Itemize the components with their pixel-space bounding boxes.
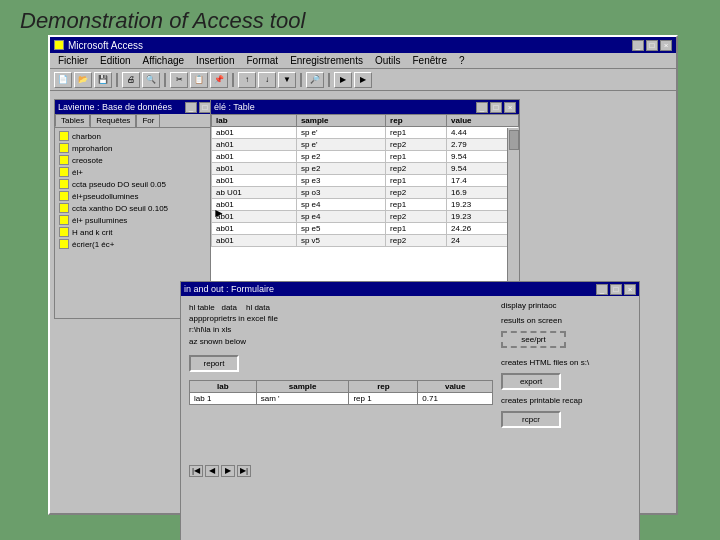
list-item[interactable]: creosote [57, 154, 226, 166]
form-close[interactable]: × [624, 284, 636, 295]
db-tab-requetes[interactable]: Requêtes [90, 114, 136, 127]
query-icon [59, 215, 69, 225]
table-row: ab01sp e3rep117.4 [212, 175, 519, 187]
form-maximize[interactable]: □ [610, 284, 622, 295]
toolbar-open[interactable]: 📂 [74, 72, 92, 88]
toolbar-sort-desc[interactable]: ↓ [258, 72, 276, 88]
form-col-sample: sample [256, 380, 349, 392]
toolbar-sep2 [164, 73, 166, 87]
list-item[interactable]: ccta xantho DO seuil 0.105 [57, 202, 226, 214]
table-icon [59, 131, 69, 141]
maximize-button[interactable]: □ [646, 40, 658, 51]
menu-format[interactable]: Format [240, 54, 284, 67]
list-item[interactable]: él+pseudollumines [57, 190, 226, 202]
form-nav-next[interactable]: ▶ [221, 465, 235, 477]
table-scrollbar[interactable] [507, 128, 519, 304]
table-maximize[interactable]: □ [490, 102, 502, 113]
menu-edition[interactable]: Edition [94, 54, 137, 67]
list-item[interactable]: écrier(1 éc+ [57, 238, 226, 250]
toolbar-paste[interactable]: 📌 [210, 72, 228, 88]
form-table-row: lab 1sam 'rep 10.71 [190, 392, 493, 404]
resize-arrow: ► [213, 206, 225, 220]
content-area: Lavienne : Base de données _ □ × Tables … [50, 91, 676, 507]
db-title-bar: Lavienne : Base de données _ □ × [55, 100, 228, 114]
toolbar-new[interactable]: 📄 [54, 72, 72, 88]
close-button[interactable]: × [660, 40, 672, 51]
toolbar-cut[interactable]: ✂ [170, 72, 188, 88]
table-row: ab01sp e'rep14.44 [212, 127, 519, 139]
toolbar-sort-asc[interactable]: ↑ [238, 72, 256, 88]
data-table: lab sample rep value ab01sp e'rep14.44 a… [211, 114, 519, 247]
access-icon [54, 40, 64, 50]
toolbar-sep1 [116, 73, 118, 87]
table-row: ab01sp v5rep224 [212, 235, 519, 247]
col-lab: lab [212, 115, 297, 127]
toolbar-extra2[interactable]: ▶ [354, 72, 372, 88]
menu-affichage[interactable]: Affichage [137, 54, 191, 67]
list-item[interactable]: H and k crit [57, 226, 226, 238]
table-title-bar: élé : Table _ □ × [211, 100, 519, 114]
access-title-bar: Microsoft Access _ □ × [50, 37, 676, 53]
toolbar-sep5 [328, 73, 330, 87]
query-icon [59, 191, 69, 201]
db-tab-for[interactable]: For [136, 114, 160, 127]
toolbar-print[interactable]: 🖨 [122, 72, 140, 88]
form-nav-last[interactable]: ▶| [237, 465, 251, 477]
menu-fenetre[interactable]: Fenêtre [407, 54, 453, 67]
form-content: hl table data hl data appproprietrs in e… [181, 296, 639, 540]
toolbar-sep3 [232, 73, 234, 87]
db-minimize[interactable]: _ [185, 102, 197, 113]
list-item[interactable]: charbon [57, 130, 226, 142]
query-icon [59, 239, 69, 249]
toolbar-preview[interactable]: 🔍 [142, 72, 160, 88]
list-item[interactable]: mproharlon [57, 142, 226, 154]
table-row: ah01sp e'rep22.79 [212, 139, 519, 151]
db-title: Lavienne : Base de données [58, 102, 172, 112]
rcpcr-button[interactable]: rcpcr [501, 411, 561, 428]
col-rep: rep [386, 115, 447, 127]
db-tabs: Tables Requêtes For [55, 114, 228, 128]
toolbar-extra1[interactable]: ▶ [334, 72, 352, 88]
export-button[interactable]: export [501, 373, 561, 390]
form-minimize[interactable]: _ [596, 284, 608, 295]
page-title: Demonstration of Access tool [20, 8, 305, 34]
menu-insertion[interactable]: Insertion [190, 54, 240, 67]
table-row: ab01sp e2rep19.54 [212, 151, 519, 163]
menu-fichier[interactable]: Fichier [52, 54, 94, 67]
query-icon [59, 179, 69, 189]
list-item[interactable]: ccta pseudo DO seuil 0.05 [57, 178, 226, 190]
query-icon [59, 227, 69, 237]
toolbar-find[interactable]: 🔎 [306, 72, 324, 88]
form-nav-first[interactable]: |◀ [189, 465, 203, 477]
toolbar-save[interactable]: 💾 [94, 72, 112, 88]
menu-outils[interactable]: Outils [369, 54, 407, 67]
see-prt-button[interactable]: see/prt [501, 331, 566, 348]
report-button[interactable]: report [189, 355, 239, 372]
form-title-bar: in and out : Formulaire _ □ × [181, 282, 639, 296]
minimize-button[interactable]: _ [632, 40, 644, 51]
list-item[interactable]: él+ psullumines [57, 214, 226, 226]
menu-help[interactable]: ? [453, 54, 471, 67]
form-nav-prev[interactable]: ◀ [205, 465, 219, 477]
toolbar-filter[interactable]: ▼ [278, 72, 296, 88]
table-title: élé : Table [214, 102, 255, 112]
table-row: ab U01sp o3rep216.9 [212, 187, 519, 199]
list-item[interactable]: él+ [57, 166, 226, 178]
table-row: ab01sp e2rep29.54 [212, 163, 519, 175]
table-icon [59, 167, 69, 177]
table-minimize[interactable]: _ [476, 102, 488, 113]
display-printaoc-label: display printaoc [501, 301, 631, 310]
table-close[interactable]: × [504, 102, 516, 113]
table-icon [59, 143, 69, 153]
creates-printable-label: creates printable recap [501, 396, 631, 405]
toolbar-copy[interactable]: 📋 [190, 72, 208, 88]
form-col-value: value [418, 380, 493, 392]
form-table-container: lab sample rep value lab 1sam 'rep 10.71 [189, 380, 493, 405]
menu-enregistrements[interactable]: Enregistrements [284, 54, 369, 67]
toolbar: 📄 📂 💾 🖨 🔍 ✂ 📋 📌 ↑ ↓ ▼ 🔎 ▶ ▶ [50, 69, 676, 91]
form-data-table: lab sample rep value lab 1sam 'rep 10.71 [189, 380, 493, 405]
col-sample: sample [296, 115, 385, 127]
scrollbar-thumb [509, 130, 519, 150]
db-tab-tables[interactable]: Tables [55, 114, 90, 127]
form-window: in and out : Formulaire _ □ × hl table d… [180, 281, 640, 540]
